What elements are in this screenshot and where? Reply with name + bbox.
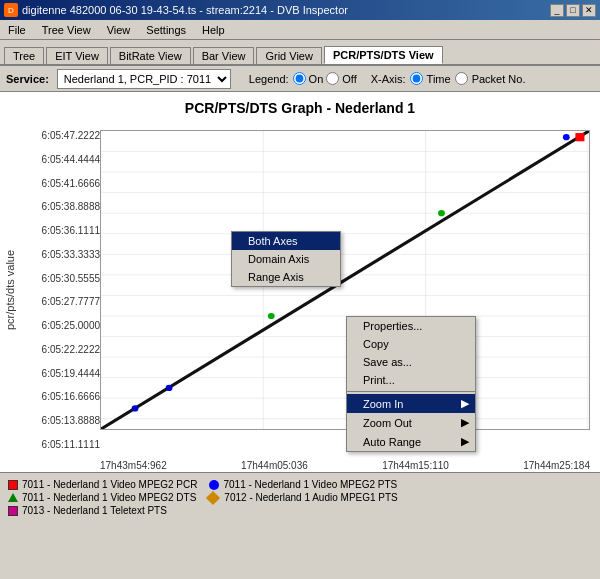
menu-view[interactable]: View: [103, 23, 135, 37]
y-axis-label: pcr/pts/dts value: [0, 120, 20, 460]
menu-settings[interactable]: Settings: [142, 23, 190, 37]
tab-pcrptsdts[interactable]: PCR/PTS/DTS View: [324, 46, 443, 64]
x-tick-2: 17h44m15:110: [382, 460, 449, 471]
minimize-button[interactable]: _: [550, 4, 564, 17]
xaxis-time-label: Time: [427, 73, 451, 85]
tab-eit[interactable]: EIT View: [46, 47, 108, 64]
x-axis-label: Time/packet no.: [100, 471, 590, 472]
maximize-button[interactable]: □: [566, 4, 580, 17]
tab-tree[interactable]: Tree: [4, 47, 44, 64]
legend-pts-label: 7011 - Nederland 1 Video MPEG2 PTS: [223, 479, 397, 490]
window-title: digitenne 482000 06-30 19-43-54.ts - str…: [22, 4, 348, 16]
y-tick: 6:05:33.3333: [20, 249, 100, 260]
tab-bitrate[interactable]: BitRate View: [110, 47, 191, 64]
legend-diamond-icon: [206, 490, 220, 504]
menu-help[interactable]: Help: [198, 23, 229, 37]
legend-on-label: On: [309, 73, 324, 85]
ctx-zoom-out[interactable]: Zoom Out ▶: [347, 413, 475, 432]
x-tick-3: 17h44m25:184: [523, 460, 590, 471]
svg-point-22: [268, 313, 275, 319]
menu-bar: File Tree View View Settings Help: [0, 20, 600, 40]
y-tick: 6:05:19.4444: [20, 368, 100, 379]
x-tick-1: 17h44m05:036: [241, 460, 308, 471]
sub-both-axes[interactable]: Both Axes: [232, 232, 340, 250]
chart-title: PCR/PTS/DTS Graph - Nederland 1: [0, 92, 600, 120]
legend-item-dts: 7011 - Nederland 1 Video MPEG2 DTS: [8, 492, 196, 503]
tab-bar: Tree EIT View BitRate View Bar View Grid…: [0, 40, 600, 66]
ctx-print[interactable]: Print...: [347, 371, 475, 389]
legend-pts-icon: [209, 480, 219, 490]
app-icon: D: [4, 3, 18, 17]
y-tick: 6:05:36.1111: [20, 225, 100, 236]
y-tick: 6:05:38.8888: [20, 201, 100, 212]
legend-pcr-label: 7011 - Nederland 1 Video MPEG2 PCR: [22, 479, 197, 490]
legend-off-radio[interactable]: [326, 72, 339, 85]
legend-teletext-icon: [8, 506, 18, 516]
legend-on-radio[interactable]: [293, 72, 306, 85]
legend-item-pts: 7011 - Nederland 1 Video MPEG2 PTS: [209, 479, 397, 490]
legend-label: Legend:: [249, 73, 289, 85]
legend-item-audio-pts: 7012 - Nederland 1 Audio MPEG1 PTS: [208, 492, 397, 503]
y-tick: 6:05:11.1111: [20, 439, 100, 450]
legend-area: 7011 - Nederland 1 Video MPEG2 PCR 7011 …: [0, 472, 600, 522]
legend-off-label: Off: [342, 73, 356, 85]
sub-range-axis[interactable]: Range Axis: [232, 268, 340, 286]
svg-rect-18: [575, 133, 584, 141]
y-ticks: 6:05:47.2222 6:05:44.4444 6:05:41.6666 6…: [20, 120, 100, 460]
legend-row-3: 7013 - Nederland 1 Teletext PTS: [8, 505, 592, 516]
svg-point-21: [166, 385, 173, 391]
service-bar: Service: Nederland 1, PCR_PID : 7011 Leg…: [0, 66, 600, 92]
xaxis-packet-radio[interactable]: [455, 72, 468, 85]
ctx-zoom-in[interactable]: Zoom In ▶: [347, 394, 475, 413]
ctx-properties[interactable]: Properties...: [347, 317, 475, 335]
service-label: Service:: [6, 73, 49, 85]
y-tick: 6:05:30.5555: [20, 273, 100, 284]
y-tick: 6:05:22.2222: [20, 344, 100, 355]
y-tick: 6:05:25.0000: [20, 320, 100, 331]
chart-plot-area[interactable]: Properties... Copy Save as... Print... Z…: [100, 130, 590, 430]
xaxis-label: X-Axis:: [371, 73, 406, 85]
tab-bar[interactable]: Bar View: [193, 47, 255, 64]
legend-item-pcr: 7011 - Nederland 1 Video MPEG2 PCR: [8, 479, 197, 490]
x-tick-0: 17h43m54:962: [100, 460, 167, 471]
svg-point-20: [132, 405, 139, 411]
legend-pcr-icon: [8, 480, 18, 490]
legend-dts-icon: [8, 493, 18, 502]
x-ticks: 17h43m54:962 17h44m05:036 17h44m15:110 1…: [100, 460, 600, 471]
svg-line-17: [101, 131, 589, 429]
menu-tree-view[interactable]: Tree View: [38, 23, 95, 37]
legend-row-1: 7011 - Nederland 1 Video MPEG2 PCR 7011 …: [8, 479, 592, 490]
svg-point-19: [563, 134, 570, 140]
y-tick: 6:05:44.4444: [20, 154, 100, 165]
legend-audio-label: 7012 - Nederland 1 Audio MPEG1 PTS: [224, 492, 397, 503]
y-tick: 6:05:16.6666: [20, 391, 100, 402]
service-select[interactable]: Nederland 1, PCR_PID : 7011: [57, 69, 231, 89]
y-tick: 6:05:13.8888: [20, 415, 100, 426]
tab-grid[interactable]: Grid View: [256, 47, 321, 64]
context-menu: Properties... Copy Save as... Print... Z…: [346, 316, 476, 452]
zoom-in-submenu: Both Axes Domain Axis Range Axis: [231, 231, 341, 287]
svg-point-23: [438, 210, 445, 216]
chart-container: pcr/pts/dts value 6:05:47.2222 6:05:44.4…: [0, 120, 600, 460]
ctx-save-as[interactable]: Save as...: [347, 353, 475, 371]
title-bar: D digitenne 482000 06-30 19-43-54.ts - s…: [0, 0, 600, 20]
xaxis-time-radio[interactable]: [410, 72, 423, 85]
legend-teletext-label: 7013 - Nederland 1 Teletext PTS: [22, 505, 167, 516]
y-tick: 6:05:27.7777: [20, 296, 100, 307]
ctx-copy[interactable]: Copy: [347, 335, 475, 353]
ctx-separator-1: [347, 391, 475, 392]
menu-file[interactable]: File: [4, 23, 30, 37]
main-content: PCR/PTS/DTS Graph - Nederland 1 pcr/pts/…: [0, 92, 600, 472]
legend-row-2: 7011 - Nederland 1 Video MPEG2 DTS 7012 …: [8, 492, 592, 503]
legend-item-teletext: 7013 - Nederland 1 Teletext PTS: [8, 505, 167, 516]
y-tick: 6:05:41.6666: [20, 178, 100, 189]
close-button[interactable]: ✕: [582, 4, 596, 17]
legend-dts-label: 7011 - Nederland 1 Video MPEG2 DTS: [22, 492, 196, 503]
xaxis-packet-label: Packet No.: [472, 73, 526, 85]
ctx-auto-range[interactable]: Auto Range ▶: [347, 432, 475, 451]
chart-svg: [101, 131, 589, 429]
y-tick: 6:05:47.2222: [20, 130, 100, 141]
sub-domain-axis[interactable]: Domain Axis: [232, 250, 340, 268]
